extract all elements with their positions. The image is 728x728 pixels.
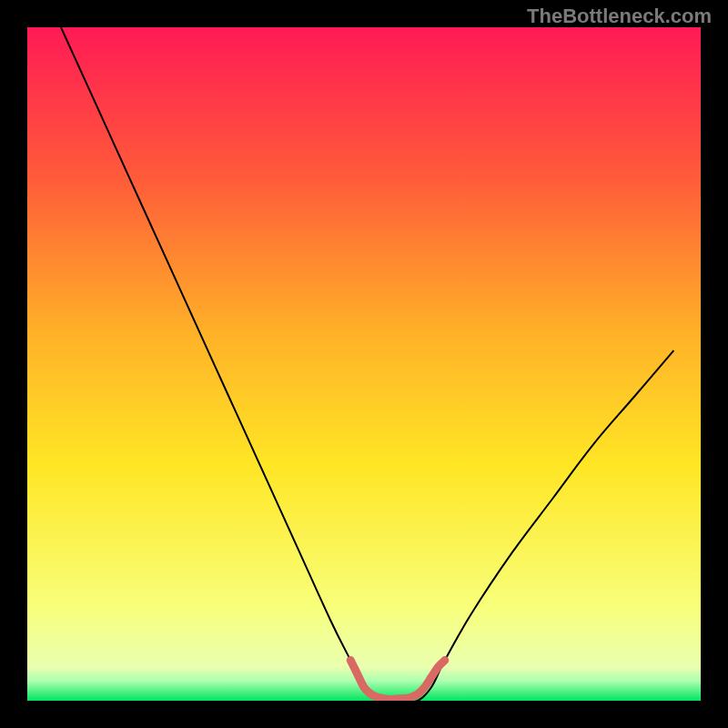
chart-frame: { "watermark": "TheBottleneck.com", "cha… bbox=[0, 0, 728, 728]
gradient-background bbox=[27, 27, 701, 701]
border-bottom bbox=[0, 701, 728, 728]
chart-svg bbox=[0, 0, 728, 728]
border-left bbox=[0, 0, 27, 728]
border-right bbox=[701, 0, 728, 728]
watermark-text: TheBottleneck.com bbox=[527, 5, 712, 28]
